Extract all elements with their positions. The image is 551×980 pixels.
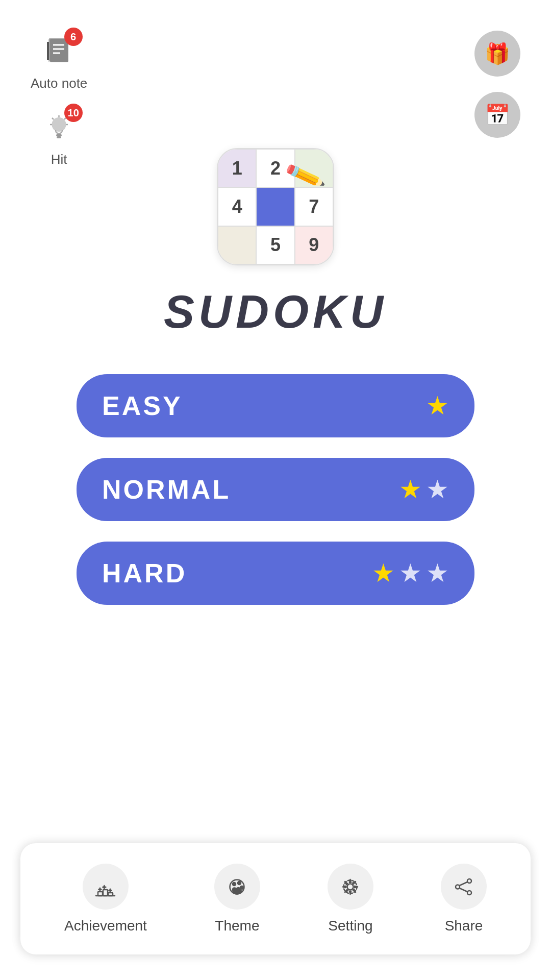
- svg-point-29: [467, 879, 471, 883]
- calendar-icon: 📅: [485, 103, 510, 127]
- svg-rect-15: [103, 890, 108, 896]
- svg-point-24: [238, 881, 241, 885]
- hit-tool[interactable]: 10 Hit: [31, 107, 87, 167]
- bottom-nav: ✦ ✦ ✦ Achievement Theme: [20, 843, 531, 954]
- theme-icon-circle: [214, 864, 260, 910]
- svg-point-7: [52, 117, 66, 132]
- hard-label: HARD: [102, 558, 187, 589]
- svg-text:✦: ✦: [109, 889, 112, 892]
- achievement-icon: ✦ ✦ ✦: [94, 875, 117, 898]
- svg-point-31: [467, 891, 471, 895]
- grid-cell-8: 5: [256, 226, 294, 264]
- setting-label: Setting: [328, 918, 372, 934]
- auto-note-icon-wrap: 6: [39, 31, 80, 71]
- nav-achievement[interactable]: ✦ ✦ ✦ Achievement: [64, 864, 147, 934]
- calendar-button[interactable]: 📅: [474, 92, 520, 138]
- share-icon-circle: [441, 864, 487, 910]
- svg-point-25: [240, 886, 243, 889]
- auto-note-tool[interactable]: 6 Auto note: [31, 31, 87, 91]
- achievement-label: Achievement: [64, 918, 147, 934]
- app-title: SUDOKU: [164, 286, 387, 338]
- hard-stars: ★ ★ ★: [372, 558, 449, 588]
- svg-rect-8: [56, 134, 62, 136]
- grid-cell-4: 4: [218, 187, 256, 226]
- hard-star-1: ★: [372, 558, 395, 588]
- svg-rect-2: [50, 39, 68, 62]
- normal-star-2: ★: [426, 475, 449, 504]
- svg-line-13: [52, 118, 54, 119]
- svg-text:✦: ✦: [98, 888, 102, 891]
- nav-share[interactable]: Share: [441, 864, 487, 934]
- svg-line-32: [460, 882, 468, 886]
- theme-label: Theme: [215, 918, 259, 934]
- hit-badge: 10: [64, 104, 83, 122]
- gift-icon: 🎁: [485, 42, 510, 66]
- top-left-tools: 6 Auto note 10 Hit: [31, 31, 87, 167]
- auto-note-badge: 6: [64, 28, 83, 46]
- normal-stars: ★ ★: [399, 475, 449, 504]
- theme-icon: [226, 875, 248, 898]
- easy-label: EASY: [102, 390, 183, 421]
- normal-star-1: ★: [399, 475, 422, 504]
- svg-rect-9: [57, 136, 61, 138]
- easy-stars: ★: [426, 391, 449, 421]
- grid-cell-9: 9: [295, 226, 333, 264]
- share-label: Share: [445, 918, 483, 934]
- svg-point-27: [347, 884, 354, 890]
- gift-button[interactable]: 🎁: [474, 31, 520, 77]
- svg-point-23: [233, 883, 236, 886]
- hard-star-3: ★: [426, 558, 449, 588]
- setting-icon: [339, 875, 362, 898]
- auto-note-label: Auto note: [31, 76, 87, 91]
- top-right-buttons: 🎁 📅: [474, 31, 520, 138]
- normal-label: NORMAL: [102, 474, 231, 505]
- share-icon: [452, 875, 475, 898]
- hard-star-2: ★: [399, 558, 422, 588]
- easy-star-1: ★: [426, 391, 449, 421]
- nav-theme[interactable]: Theme: [214, 864, 260, 934]
- normal-button[interactable]: NORMAL ★ ★: [77, 458, 474, 521]
- difficulty-buttons: EASY ★ NORMAL ★ ★ HARD ★ ★ ★: [77, 374, 474, 605]
- grid-cell-7: [218, 226, 256, 264]
- grid-cell-1: 1: [218, 149, 256, 187]
- nav-setting[interactable]: Setting: [328, 864, 373, 934]
- hard-button[interactable]: HARD ★ ★ ★: [77, 542, 474, 605]
- grid-cell-5: [256, 187, 294, 226]
- achievement-icon-circle: ✦ ✦ ✦: [83, 864, 129, 910]
- hit-icon-wrap: 10: [39, 107, 80, 148]
- svg-line-33: [460, 888, 468, 892]
- svg-text:✦: ✦: [103, 885, 106, 890]
- easy-button[interactable]: EASY ★: [77, 374, 474, 437]
- setting-icon-circle: [328, 864, 373, 910]
- app-icon: 1 2 4 7 5 9 ✏️: [217, 148, 334, 265]
- hit-label: Hit: [51, 152, 67, 167]
